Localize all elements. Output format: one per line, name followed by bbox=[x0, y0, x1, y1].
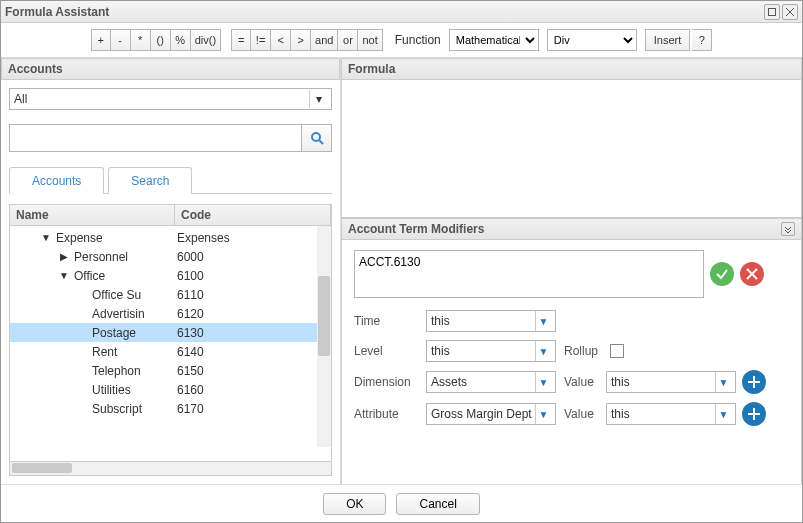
tree-row[interactable]: ▶Personnel6000 bbox=[10, 247, 331, 266]
chevron-down-icon: ▼ bbox=[535, 341, 551, 361]
accounts-tree[interactable]: ▼ExpenseExpenses▶Personnel6000▼Office610… bbox=[9, 226, 332, 462]
tree-row[interactable]: Subscript6170 bbox=[10, 399, 331, 418]
attribute-value-select[interactable]: this▼ bbox=[606, 403, 736, 425]
chevron-down-icon: ▾ bbox=[309, 90, 327, 108]
cmp-button-3[interactable]: > bbox=[291, 29, 311, 51]
tree-row[interactable]: ▼ExpenseExpenses bbox=[10, 228, 331, 247]
confirm-button[interactable] bbox=[710, 262, 734, 286]
tree-row-name: Expense bbox=[52, 231, 103, 245]
search-icon bbox=[310, 131, 324, 145]
tree-row-name: Personnel bbox=[70, 250, 128, 264]
tree-row-name: Telephon bbox=[88, 364, 141, 378]
function-category-select[interactable]: Mathematical bbox=[449, 29, 539, 51]
collapse-icon[interactable]: ▶ bbox=[58, 251, 70, 262]
tree-row-name: Rent bbox=[88, 345, 117, 359]
level-select[interactable]: this▼ bbox=[426, 340, 556, 362]
modifiers-body: ACCT.6130 Time this▼ Level bbox=[341, 240, 802, 484]
cmp-button-0[interactable]: = bbox=[231, 29, 251, 51]
chevron-down-icon: ▼ bbox=[715, 404, 731, 424]
tree-row[interactable]: Postage6130 bbox=[10, 323, 331, 342]
op-button-1[interactable]: - bbox=[111, 29, 131, 51]
col-header-name[interactable]: Name bbox=[10, 205, 175, 225]
x-icon bbox=[746, 268, 758, 280]
time-label: Time bbox=[354, 314, 426, 328]
ok-button[interactable]: OK bbox=[323, 493, 386, 515]
close-button[interactable] bbox=[782, 4, 798, 20]
vertical-scroll-thumb[interactable] bbox=[318, 276, 330, 356]
function-label: Function bbox=[385, 33, 447, 47]
tree-row-name: Utilities bbox=[88, 383, 131, 397]
tree-row-code: Expenses bbox=[175, 231, 331, 245]
chevron-down-icon: ▼ bbox=[535, 311, 551, 331]
op-button-3[interactable]: () bbox=[151, 29, 171, 51]
tab-search[interactable]: Search bbox=[108, 167, 192, 194]
tree-row-code: 6160 bbox=[175, 383, 331, 397]
tree-row-name: Advertisin bbox=[88, 307, 145, 321]
tree-row[interactable]: Advertisin6120 bbox=[10, 304, 331, 323]
plus-icon bbox=[747, 375, 761, 389]
op-button-0[interactable]: + bbox=[91, 29, 111, 51]
title-bar: Formula Assistant bbox=[1, 1, 802, 23]
cmp-button-5[interactable]: or bbox=[338, 29, 358, 51]
content-area: Accounts All ▾ Accounts Search Nam bbox=[1, 57, 802, 484]
tree-row[interactable]: Telephon6150 bbox=[10, 361, 331, 380]
cmp-button-2[interactable]: < bbox=[271, 29, 291, 51]
op-button-5[interactable]: div() bbox=[191, 29, 221, 51]
attribute-select[interactable]: Gross Margin Dept▼ bbox=[426, 403, 556, 425]
formula-editor[interactable] bbox=[341, 80, 802, 218]
expand-icon[interactable]: ▼ bbox=[40, 232, 52, 243]
tree-row[interactable]: Office Su6110 bbox=[10, 285, 331, 304]
formula-panel-header: Formula bbox=[341, 58, 802, 80]
plus-icon bbox=[747, 407, 761, 421]
function-name-select[interactable]: Div bbox=[547, 29, 637, 51]
cmp-button-4[interactable]: and bbox=[311, 29, 338, 51]
insert-button[interactable]: Insert bbox=[645, 29, 691, 51]
time-select[interactable]: this▼ bbox=[426, 310, 556, 332]
tree-row[interactable]: Utilities6160 bbox=[10, 380, 331, 399]
discard-button[interactable] bbox=[740, 262, 764, 286]
accounts-filter-value: All bbox=[14, 92, 27, 106]
horizontal-scroll-thumb[interactable] bbox=[12, 463, 72, 473]
tree-row-code: 6110 bbox=[175, 288, 331, 302]
value-label: Value bbox=[556, 407, 606, 421]
chevron-down-icon: ▼ bbox=[535, 404, 551, 424]
expand-icon[interactable]: ▼ bbox=[58, 270, 70, 281]
rollup-checkbox[interactable] bbox=[610, 344, 624, 358]
help-button[interactable]: ? bbox=[692, 29, 712, 51]
cmp-button-1[interactable]: != bbox=[251, 29, 271, 51]
add-attribute-button[interactable] bbox=[742, 402, 766, 426]
attribute-label: Attribute bbox=[354, 407, 426, 421]
tree-row[interactable]: ▼Office6100 bbox=[10, 266, 331, 285]
modifiers-title: Account Term Modifiers bbox=[348, 222, 484, 236]
maximize-button[interactable] bbox=[764, 4, 780, 20]
vertical-scrollbar[interactable] bbox=[317, 226, 331, 447]
formula-assistant-window: Formula Assistant +-*()%div() =!=<>andor… bbox=[0, 0, 803, 523]
accounts-filter-combo[interactable]: All ▾ bbox=[9, 88, 332, 110]
right-panel: Formula Account Term Modifiers ACCT.6130 bbox=[341, 58, 802, 484]
tree-row-name: Office Su bbox=[88, 288, 141, 302]
tree-row[interactable]: Rent6140 bbox=[10, 342, 331, 361]
tree-row-name: Postage bbox=[88, 326, 136, 340]
tree-row-code: 6130 bbox=[175, 326, 331, 340]
add-dimension-button[interactable] bbox=[742, 370, 766, 394]
svg-point-3 bbox=[312, 133, 320, 141]
check-icon bbox=[715, 267, 729, 281]
chevron-down-icon: ▼ bbox=[535, 372, 551, 392]
accounts-search-input[interactable] bbox=[9, 124, 302, 152]
tree-row-code: 6120 bbox=[175, 307, 331, 321]
account-term-input[interactable]: ACCT.6130 bbox=[354, 250, 704, 298]
collapse-button[interactable] bbox=[781, 222, 795, 236]
cmp-button-6[interactable]: not bbox=[358, 29, 382, 51]
tab-accounts[interactable]: Accounts bbox=[9, 167, 104, 194]
op-button-2[interactable]: * bbox=[131, 29, 151, 51]
tree-row-name: Subscript bbox=[88, 402, 142, 416]
rollup-label: Rollup bbox=[556, 344, 606, 358]
op-button-4[interactable]: % bbox=[171, 29, 191, 51]
dimension-select[interactable]: Assets▼ bbox=[426, 371, 556, 393]
col-header-code[interactable]: Code bbox=[175, 205, 331, 225]
cancel-button[interactable]: Cancel bbox=[396, 493, 479, 515]
dimension-value-select[interactable]: this▼ bbox=[606, 371, 736, 393]
tree-row-code: 6140 bbox=[175, 345, 331, 359]
horizontal-scrollbar[interactable] bbox=[9, 462, 332, 476]
search-button[interactable] bbox=[302, 124, 332, 152]
